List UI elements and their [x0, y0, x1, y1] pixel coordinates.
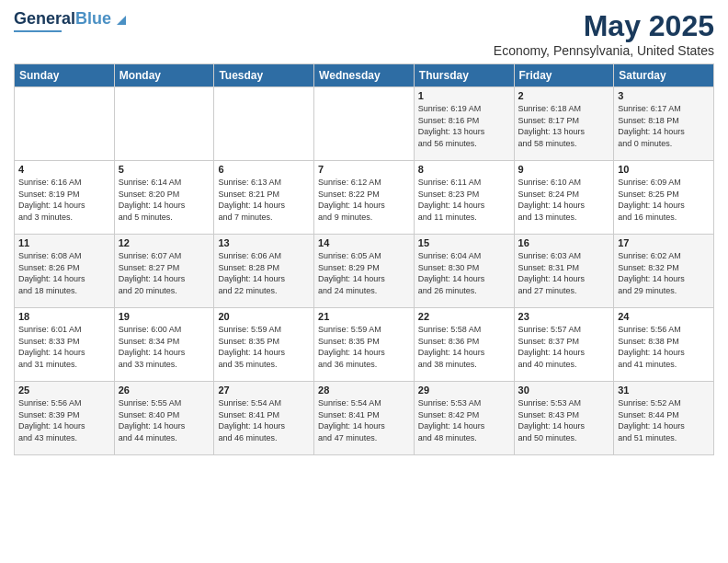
day-info: Sunrise: 6:07 AM Sunset: 8:27 PM Dayligh… [119, 250, 210, 296]
week-row-5: 25Sunrise: 5:56 AM Sunset: 8:39 PM Dayli… [15, 382, 714, 455]
day-info: Sunrise: 5:55 AM Sunset: 8:40 PM Dayligh… [119, 397, 210, 443]
day-number: 31 [618, 385, 710, 396]
cell-4-5: 22Sunrise: 5:58 AM Sunset: 8:36 PM Dayli… [414, 308, 514, 382]
day-number: 19 [119, 311, 210, 322]
cell-1-4 [314, 87, 415, 161]
calendar-header-row: Sunday Monday Tuesday Wednesday Thursday… [15, 64, 714, 87]
day-number: 2 [518, 90, 610, 101]
cell-1-5: 1Sunrise: 6:19 AM Sunset: 8:16 PM Daylig… [414, 87, 514, 161]
calendar-table: Sunday Monday Tuesday Wednesday Thursday… [14, 63, 714, 455]
cell-2-6: 9Sunrise: 6:10 AM Sunset: 8:24 PM Daylig… [514, 161, 614, 235]
calendar-body: 1Sunrise: 6:19 AM Sunset: 8:16 PM Daylig… [15, 87, 714, 455]
day-info: Sunrise: 5:59 AM Sunset: 8:35 PM Dayligh… [218, 324, 310, 370]
cell-4-2: 19Sunrise: 6:00 AM Sunset: 8:34 PM Dayli… [114, 308, 214, 382]
day-info: Sunrise: 6:09 AM Sunset: 8:25 PM Dayligh… [618, 177, 710, 223]
week-row-3: 11Sunrise: 6:08 AM Sunset: 8:26 PM Dayli… [15, 235, 714, 308]
day-info: Sunrise: 6:13 AM Sunset: 8:21 PM Dayligh… [218, 177, 310, 223]
logo: General Blue [14, 9, 128, 32]
day-number: 22 [418, 311, 510, 322]
day-info: Sunrise: 6:00 AM Sunset: 8:34 PM Dayligh… [119, 324, 210, 370]
day-info: Sunrise: 6:12 AM Sunset: 8:22 PM Dayligh… [318, 177, 410, 223]
day-number: 9 [518, 164, 610, 175]
cell-1-2 [114, 87, 214, 161]
day-info: Sunrise: 6:16 AM Sunset: 8:19 PM Dayligh… [18, 177, 110, 223]
day-number: 28 [318, 385, 410, 396]
cell-1-3 [214, 87, 314, 161]
day-number: 30 [518, 385, 610, 396]
cell-3-3: 13Sunrise: 6:06 AM Sunset: 8:28 PM Dayli… [214, 235, 314, 308]
day-number: 1 [418, 90, 510, 101]
day-number: 12 [119, 237, 210, 248]
day-info: Sunrise: 6:19 AM Sunset: 8:16 PM Dayligh… [418, 103, 510, 149]
day-info: Sunrise: 5:56 AM Sunset: 8:39 PM Dayligh… [18, 397, 110, 443]
cell-3-1: 11Sunrise: 6:08 AM Sunset: 8:26 PM Dayli… [15, 235, 115, 308]
cell-4-4: 21Sunrise: 5:59 AM Sunset: 8:35 PM Dayli… [314, 308, 415, 382]
day-number: 13 [218, 237, 310, 248]
page: General Blue May 2025 Economy, Pennsylva… [0, 0, 728, 465]
month-title: May 2025 [494, 9, 714, 43]
cell-2-5: 8Sunrise: 6:11 AM Sunset: 8:23 PM Daylig… [414, 161, 514, 235]
day-info: Sunrise: 6:04 AM Sunset: 8:30 PM Dayligh… [418, 250, 510, 296]
cell-3-5: 15Sunrise: 6:04 AM Sunset: 8:30 PM Dayli… [414, 235, 514, 308]
col-thursday: Thursday [414, 64, 514, 87]
day-number: 8 [418, 164, 510, 175]
cell-4-6: 23Sunrise: 5:57 AM Sunset: 8:37 PM Dayli… [514, 308, 614, 382]
col-saturday: Saturday [614, 64, 714, 87]
cell-1-6: 2Sunrise: 6:18 AM Sunset: 8:17 PM Daylig… [514, 87, 614, 161]
day-number: 25 [18, 385, 110, 396]
day-info: Sunrise: 6:08 AM Sunset: 8:26 PM Dayligh… [18, 250, 110, 296]
day-number: 14 [318, 237, 410, 248]
day-info: Sunrise: 6:17 AM Sunset: 8:18 PM Dayligh… [618, 103, 710, 149]
col-tuesday: Tuesday [214, 64, 314, 87]
day-info: Sunrise: 5:52 AM Sunset: 8:44 PM Dayligh… [618, 397, 710, 443]
cell-3-7: 17Sunrise: 6:02 AM Sunset: 8:32 PM Dayli… [614, 235, 714, 308]
cell-5-2: 26Sunrise: 5:55 AM Sunset: 8:40 PM Dayli… [114, 382, 214, 455]
day-info: Sunrise: 5:57 AM Sunset: 8:37 PM Dayligh… [518, 324, 610, 370]
cell-2-7: 10Sunrise: 6:09 AM Sunset: 8:25 PM Dayli… [614, 161, 714, 235]
day-info: Sunrise: 6:11 AM Sunset: 8:23 PM Dayligh… [418, 177, 510, 223]
day-number: 5 [119, 164, 210, 175]
day-info: Sunrise: 6:05 AM Sunset: 8:29 PM Dayligh… [318, 250, 410, 296]
day-info: Sunrise: 5:53 AM Sunset: 8:42 PM Dayligh… [418, 397, 510, 443]
cell-3-2: 12Sunrise: 6:07 AM Sunset: 8:27 PM Dayli… [114, 235, 214, 308]
day-number: 3 [618, 90, 710, 101]
cell-2-1: 4Sunrise: 6:16 AM Sunset: 8:19 PM Daylig… [15, 161, 115, 235]
cell-4-3: 20Sunrise: 5:59 AM Sunset: 8:35 PM Dayli… [214, 308, 314, 382]
cell-4-7: 24Sunrise: 5:56 AM Sunset: 8:38 PM Dayli… [614, 308, 714, 382]
cell-1-7: 3Sunrise: 6:17 AM Sunset: 8:18 PM Daylig… [614, 87, 714, 161]
logo-icon [113, 12, 128, 27]
day-number: 4 [18, 164, 110, 175]
day-number: 6 [218, 164, 310, 175]
col-monday: Monday [114, 64, 214, 87]
cell-5-3: 27Sunrise: 5:54 AM Sunset: 8:41 PM Dayli… [214, 382, 314, 455]
cell-5-6: 30Sunrise: 5:53 AM Sunset: 8:43 PM Dayli… [514, 382, 614, 455]
day-number: 26 [119, 385, 210, 396]
day-info: Sunrise: 5:53 AM Sunset: 8:43 PM Dayligh… [518, 397, 610, 443]
logo-general: General [14, 9, 75, 29]
cell-5-7: 31Sunrise: 5:52 AM Sunset: 8:44 PM Dayli… [614, 382, 714, 455]
cell-5-4: 28Sunrise: 5:54 AM Sunset: 8:41 PM Dayli… [314, 382, 415, 455]
day-info: Sunrise: 6:10 AM Sunset: 8:24 PM Dayligh… [518, 177, 610, 223]
col-friday: Friday [514, 64, 614, 87]
cell-5-1: 25Sunrise: 5:56 AM Sunset: 8:39 PM Dayli… [15, 382, 115, 455]
day-info: Sunrise: 5:54 AM Sunset: 8:41 PM Dayligh… [318, 397, 410, 443]
week-row-1: 1Sunrise: 6:19 AM Sunset: 8:16 PM Daylig… [15, 87, 714, 161]
cell-3-4: 14Sunrise: 6:05 AM Sunset: 8:29 PM Dayli… [314, 235, 415, 308]
cell-3-6: 16Sunrise: 6:03 AM Sunset: 8:31 PM Dayli… [514, 235, 614, 308]
day-number: 23 [518, 311, 610, 322]
day-number: 18 [18, 311, 110, 322]
day-number: 29 [418, 385, 510, 396]
cell-5-5: 29Sunrise: 5:53 AM Sunset: 8:42 PM Dayli… [414, 382, 514, 455]
title-block: May 2025 Economy, Pennsylvania, United S… [494, 9, 714, 58]
day-info: Sunrise: 6:06 AM Sunset: 8:28 PM Dayligh… [218, 250, 310, 296]
day-number: 24 [618, 311, 710, 322]
day-number: 11 [18, 237, 110, 248]
day-number: 20 [218, 311, 310, 322]
cell-2-2: 5Sunrise: 6:14 AM Sunset: 8:20 PM Daylig… [114, 161, 214, 235]
header: General Blue May 2025 Economy, Pennsylva… [14, 9, 714, 58]
logo-underline [14, 30, 62, 32]
cell-2-4: 7Sunrise: 6:12 AM Sunset: 8:22 PM Daylig… [314, 161, 415, 235]
cell-1-1 [15, 87, 115, 161]
day-number: 7 [318, 164, 410, 175]
day-info: Sunrise: 6:14 AM Sunset: 8:20 PM Dayligh… [119, 177, 210, 223]
